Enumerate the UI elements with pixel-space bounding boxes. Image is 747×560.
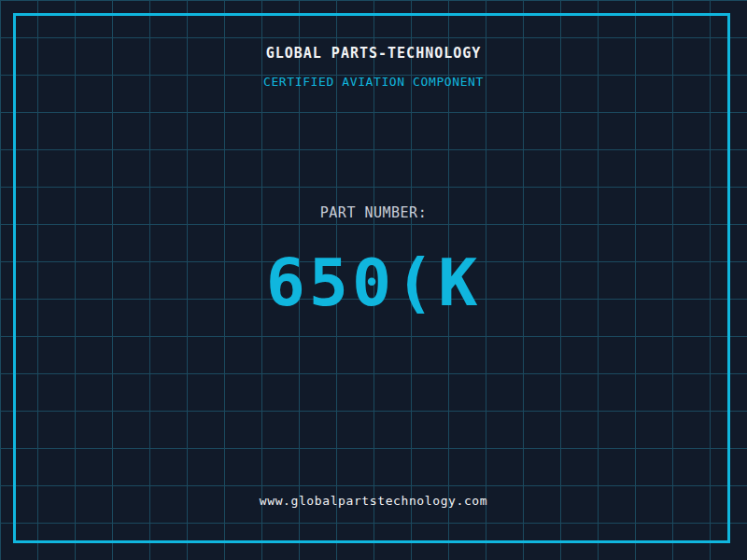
part-label-plate: GLOBAL PARTS-TECHNOLOGY CERTIFIED AVIATI… bbox=[0, 0, 747, 560]
part-number-value: 650(K bbox=[0, 250, 747, 315]
part-number-label: PART NUMBER: bbox=[0, 204, 747, 221]
company-title: GLOBAL PARTS-TECHNOLOGY bbox=[0, 45, 747, 62]
certification-subtitle: CERTIFIED AVIATION COMPONENT bbox=[0, 75, 747, 90]
website-url: www.globalpartstechnology.com bbox=[0, 494, 747, 509]
